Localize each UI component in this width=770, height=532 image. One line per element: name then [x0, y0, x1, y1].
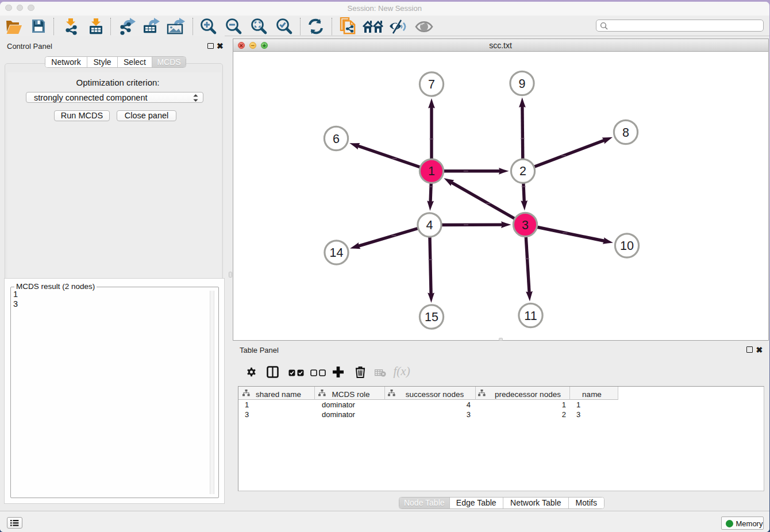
svg-text:10: 10 — [620, 239, 634, 253]
svg-text:7: 7 — [428, 78, 435, 91]
svg-text:8: 8 — [622, 125, 629, 139]
svg-text:6: 6 — [333, 132, 340, 145]
svg-text:15: 15 — [425, 310, 438, 324]
svg-text:4: 4 — [426, 218, 433, 232]
svg-text:2: 2 — [519, 164, 526, 178]
svg-text:14: 14 — [329, 246, 343, 260]
svg-text:1: 1 — [428, 164, 435, 178]
svg-text:9: 9 — [518, 76, 525, 90]
svg-text:11: 11 — [524, 309, 537, 322]
svg-text:3: 3 — [522, 218, 529, 232]
